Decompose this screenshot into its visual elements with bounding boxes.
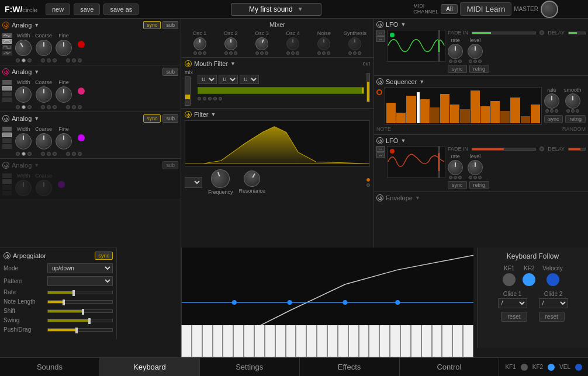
white-key[interactable] xyxy=(286,325,296,357)
osc2-coarse-knob[interactable] xyxy=(36,86,52,103)
mf-select-2[interactable]: U xyxy=(219,75,238,84)
wave-btn-1[interactable] xyxy=(2,33,12,38)
filter-dot-1[interactable] xyxy=(366,178,370,182)
mixer-osc1-knob[interactable] xyxy=(193,37,206,50)
seq-bar-12[interactable] xyxy=(500,111,510,123)
seq-sync-btn[interactable]: sync xyxy=(544,115,563,123)
filter-frequency-knob[interactable] xyxy=(209,166,233,190)
lfo2-arrow-1[interactable]: ↔ xyxy=(376,146,385,152)
arp-rate-slider[interactable] xyxy=(47,291,113,294)
osc1-expand-icon[interactable]: ▼ xyxy=(34,22,39,28)
lfo1-fade-bar[interactable] xyxy=(472,32,536,34)
mixer-osc2-knob[interactable] xyxy=(224,37,237,50)
tab-control[interactable]: Control xyxy=(400,358,500,376)
mixer-osc2-dot1[interactable] xyxy=(224,51,228,55)
lfo2-rate-dot-2[interactable] xyxy=(454,176,457,179)
bottom-kf1-dot[interactable] xyxy=(521,364,528,371)
osc1-dot-8[interactable] xyxy=(72,58,76,62)
osc2-dot-6[interactable] xyxy=(53,105,57,109)
osc3-wave-3[interactable] xyxy=(2,138,12,143)
tab-settings[interactable]: Settings xyxy=(200,358,300,376)
lfo1-fade-dot[interactable] xyxy=(539,30,544,35)
osc3-power[interactable]: ⏻ xyxy=(2,115,9,122)
seq-rate-dot-2[interactable] xyxy=(550,109,554,113)
seq-bar-5[interactable] xyxy=(430,107,440,123)
mouth-filter-expand-icon[interactable]: ▼ xyxy=(230,61,236,67)
white-key[interactable] xyxy=(317,325,327,357)
sound-name-area[interactable]: My first sound ▼ xyxy=(231,3,321,16)
osc2-dot-9[interactable] xyxy=(78,105,82,109)
filter-type-select[interactable]: LP 2P xyxy=(185,177,202,188)
osc3-dot-8[interactable] xyxy=(72,152,76,156)
osc1-fine-knob[interactable] xyxy=(56,40,72,56)
white-key[interactable] xyxy=(233,325,244,357)
kf-vel-circle[interactable] xyxy=(547,273,559,286)
white-key[interactable] xyxy=(275,325,286,357)
osc3-dot-2[interactable] xyxy=(22,152,26,156)
lfo1-retrig-btn[interactable]: retrig xyxy=(469,65,490,73)
osc4-sub-badge[interactable]: sub xyxy=(162,161,178,169)
mf-mix-slider[interactable] xyxy=(185,76,191,106)
bottom-kf2-dot[interactable] xyxy=(548,364,555,371)
lfo1-sync-btn[interactable]: sync xyxy=(448,65,467,73)
wave-btn-3[interactable] xyxy=(2,45,12,50)
lfo1-rate-dot-1[interactable] xyxy=(449,60,452,63)
osc1-coarse-knob[interactable] xyxy=(36,40,52,56)
mixer-osc3-dot3[interactable] xyxy=(265,51,268,55)
filter-resonance-knob[interactable] xyxy=(241,168,263,190)
lfo2-expand-icon[interactable]: ▼ xyxy=(400,138,406,144)
osc2-fine-knob[interactable] xyxy=(56,86,72,103)
tab-sounds[interactable]: Sounds xyxy=(0,358,100,376)
osc2-width-knob[interactable] xyxy=(15,86,32,103)
osc2-dot-8[interactable] xyxy=(72,105,76,109)
arp-swing-slider[interactable] xyxy=(47,319,113,322)
seq-bar-1[interactable] xyxy=(386,103,396,123)
seq-bar-8[interactable] xyxy=(460,109,469,123)
lfo1-power[interactable]: ⏻ xyxy=(376,21,383,28)
osc1-dot-5[interactable] xyxy=(47,58,51,62)
white-key[interactable] xyxy=(181,325,192,357)
mixer-osc2-dot2[interactable] xyxy=(229,51,233,55)
seq-power[interactable]: ⏻ xyxy=(376,78,383,85)
osc1-width-knob[interactable] xyxy=(12,37,34,59)
kf-reset1-button[interactable]: reset xyxy=(501,312,527,322)
arp-notelength-slider[interactable] xyxy=(47,300,113,304)
bottom-vel-dot[interactable] xyxy=(575,364,582,371)
wave-btn-2-active[interactable] xyxy=(2,39,12,44)
mf-dot-3[interactable] xyxy=(208,97,212,100)
osc2-sub-badge[interactable]: sub xyxy=(162,68,178,76)
lfo1-level-dot-1[interactable] xyxy=(469,60,472,63)
lfo2-v-bar[interactable] xyxy=(438,147,440,177)
white-key[interactable] xyxy=(359,325,369,357)
seq-rate-dot-3[interactable] xyxy=(555,109,558,113)
mixer-noise-dot3[interactable] xyxy=(327,51,330,55)
seq-bar-13[interactable] xyxy=(510,98,520,123)
osc1-dot-1[interactable] xyxy=(16,58,20,62)
kf-glide2-select[interactable]: / xyxy=(539,298,568,308)
kf-glide1-select[interactable]: / xyxy=(498,298,527,308)
master-volume-knob[interactable] xyxy=(541,1,558,18)
mixer-synthesis-dot1[interactable] xyxy=(348,51,352,55)
mixer-osc1-dot1[interactable] xyxy=(193,51,197,55)
seq-bar-9[interactable] xyxy=(471,90,480,123)
mixer-osc4-dot3[interactable] xyxy=(296,51,299,55)
osc3-dot-9[interactable] xyxy=(78,152,82,156)
lfo1-level-dot-3[interactable] xyxy=(478,60,482,63)
mixer-osc1-dot2[interactable] xyxy=(198,51,202,55)
seq-rate-dot-1[interactable] xyxy=(545,109,549,113)
arp-sync-badge[interactable]: sync xyxy=(95,252,113,260)
seq-smooth-knob[interactable] xyxy=(565,93,580,109)
filter-dot-2[interactable] xyxy=(366,183,370,187)
osc3-expand-icon[interactable]: ▼ xyxy=(34,116,39,121)
white-key[interactable] xyxy=(202,325,213,357)
mf-select-1[interactable]: U xyxy=(198,75,217,84)
white-key[interactable] xyxy=(306,325,317,357)
white-key[interactable] xyxy=(348,325,359,357)
osc3-fine-knob[interactable] xyxy=(56,133,72,149)
mixer-synthesis-dot3[interactable] xyxy=(358,51,361,55)
midi-learn-button[interactable]: MIDI Learn xyxy=(460,2,511,16)
osc1-sub-badge[interactable]: sub xyxy=(162,21,178,29)
tab-effects[interactable]: Effects xyxy=(300,358,400,376)
arp-shift-slider[interactable] xyxy=(47,309,113,313)
osc3-coarse-knob[interactable] xyxy=(36,133,52,149)
